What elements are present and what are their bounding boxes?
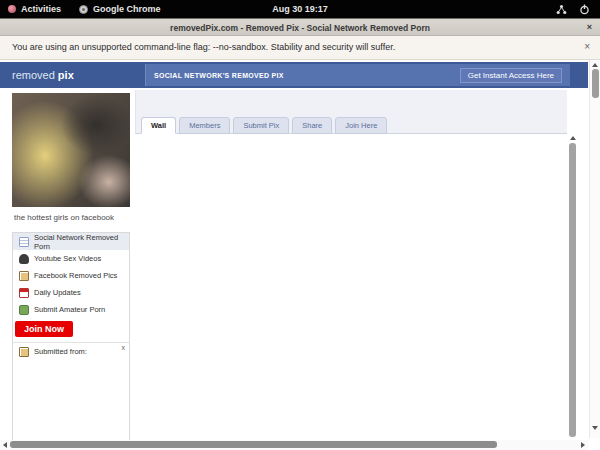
- content-vertical-scrollbar[interactable]: [568, 134, 578, 440]
- window-title-bar: removedPix.com - Removed Pix - Social Ne…: [0, 18, 600, 36]
- activities-label: Activities: [21, 4, 61, 14]
- tab-members[interactable]: Members: [179, 117, 230, 134]
- power-icon[interactable]: [579, 4, 590, 15]
- profile-photo-placeholder: [12, 93, 130, 207]
- network-icon[interactable]: [556, 4, 567, 15]
- screen: Activities Google Chrome Aug 30 19:17 re…: [0, 0, 600, 450]
- activities-button[interactable]: Activities: [8, 4, 61, 14]
- infobar-message: You are using an unsupported command-lin…: [12, 36, 395, 59]
- menu-label: Daily Updates: [34, 288, 81, 297]
- window-title: removedPix.com - Removed Pix - Social Ne…: [0, 19, 600, 37]
- chrome-icon: [79, 5, 88, 14]
- sidebar-item-submit-amateur[interactable]: Submit Amateur Porn: [13, 301, 129, 318]
- menu-label: Youtube Sex Videos: [34, 254, 101, 263]
- header-banner-bar: SOCIAL NETWORK'S REMOVED PIX Get Instant…: [145, 64, 570, 86]
- webcam-icon: [19, 254, 29, 264]
- top-bar-left: Activities Google Chrome: [0, 4, 161, 14]
- photo-icon: [19, 271, 29, 281]
- scroll-right-icon[interactable]: [581, 442, 585, 448]
- active-app-label: Google Chrome: [93, 4, 161, 14]
- submitted-close-button[interactable]: x: [122, 344, 126, 351]
- sidebar-menu-box: Social Network Removed Porn Youtube Sex …: [12, 232, 130, 441]
- scrollbar-thumb[interactable]: [569, 143, 576, 437]
- top-bar-right: [556, 4, 600, 15]
- scroll-up-icon[interactable]: [592, 63, 598, 67]
- scrollbar-thumb[interactable]: [592, 69, 599, 98]
- scroll-down-icon[interactable]: [592, 426, 598, 430]
- tab-join-here[interactable]: Join Here: [335, 117, 387, 134]
- menu-label: Social Network Removed Porn: [34, 233, 123, 251]
- horizontal-scrollbar[interactable]: [0, 440, 588, 450]
- tab-wall[interactable]: Wall: [141, 117, 176, 134]
- banner-title: SOCIAL NETWORK'S REMOVED PIX: [154, 72, 284, 79]
- photo-caption: the hottest girls on facebook: [14, 213, 114, 222]
- note-icon: [19, 237, 29, 247]
- sidebar-item-social-network-removed[interactable]: Social Network Removed Porn: [13, 233, 129, 250]
- menu-label: Submit Amateur Porn: [34, 305, 105, 314]
- notification-dot-icon: [8, 5, 16, 13]
- get-access-button[interactable]: Get Instant Access Here: [460, 68, 562, 83]
- menu-label: Facebook Removed Pics: [34, 271, 117, 280]
- browser-vertical-scrollbar[interactable]: [589, 60, 600, 438]
- site-header: removed pix SOCIAL NETWORK'S REMOVED PIX…: [0, 62, 588, 88]
- desktop-top-bar: Activities Google Chrome Aug 30 19:17: [0, 0, 600, 18]
- submitted-from-row: Submitted from: x: [13, 342, 129, 360]
- infobar-close-button[interactable]: ×: [584, 36, 590, 59]
- site-logo-right: pix: [58, 69, 74, 81]
- site-logo[interactable]: removed pix: [12, 62, 74, 88]
- sidebar-item-daily-updates[interactable]: Daily Updates: [13, 284, 129, 301]
- window-close-button[interactable]: ×: [587, 19, 592, 37]
- scrollbar-thumb[interactable]: [10, 441, 497, 448]
- camera-icon: [19, 305, 29, 315]
- site-logo-left: removed: [12, 69, 58, 81]
- active-app-menu[interactable]: Google Chrome: [79, 4, 161, 14]
- submitted-from-label: Submitted from:: [34, 347, 87, 356]
- tab-submit-pix[interactable]: Submit Pix: [233, 117, 289, 134]
- tab-band: Wall Members Submit Pix Share Join Here: [135, 90, 567, 134]
- scroll-up-icon[interactable]: [570, 136, 576, 140]
- sidebar-item-youtube-videos[interactable]: Youtube Sex Videos: [13, 250, 129, 267]
- tab-share[interactable]: Share: [292, 117, 332, 134]
- chrome-infobar: You are using an unsupported command-lin…: [0, 36, 600, 60]
- photo-icon: [19, 347, 29, 357]
- clock[interactable]: Aug 30 19:17: [272, 4, 328, 14]
- calendar-icon: [19, 288, 29, 298]
- join-now-button[interactable]: Join Now: [15, 321, 73, 337]
- scroll-left-icon[interactable]: [3, 442, 7, 448]
- tab-strip: Wall Members Submit Pix Share Join Here: [141, 117, 387, 134]
- sidebar-item-facebook-removed-pics[interactable]: Facebook Removed Pics: [13, 267, 129, 284]
